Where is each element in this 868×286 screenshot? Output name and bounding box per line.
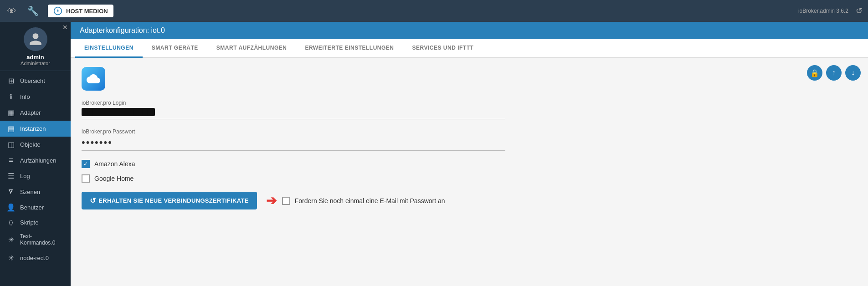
tab-erweiterte-einstellungen[interactable]: ERWEITERTE EINSTELLUNGEN <box>296 39 403 58</box>
sidebar-item-objekte[interactable]: ◫ Objekte <box>0 137 71 153</box>
sidebar-item-node-red[interactable]: ✳ node-red.0 <box>0 250 71 266</box>
tab-smart-aufzaehlungen[interactable]: SMART AUFZÄHLUNGEN <box>207 39 296 58</box>
sidebar-label-instanzen: Instanzen <box>20 125 46 132</box>
sidebar-nav: ⊞ Übersicht ℹ Info ▦ Adapter ▤ Instanzen… <box>0 71 71 286</box>
sidebar-label-skripte: Skripte <box>20 219 38 226</box>
sidebar-label-node-red: node-red.0 <box>20 255 49 261</box>
sidebar-label-text-kommandos: Text-Kommandos.0 <box>20 233 55 246</box>
sidebar-label-info: Info <box>20 93 30 100</box>
log-icon: ☰ <box>6 172 15 180</box>
sidebar-label-aufzaehlungen: Aufzählungen <box>20 157 56 164</box>
upload-button[interactable]: ↑ <box>826 65 842 81</box>
login-field-group: ioBroker.pro Login ██████████████ <box>82 100 505 119</box>
sidebar-item-text-kommandos[interactable]: ✳ Text-Kommandos.0 <box>0 230 71 250</box>
sidebar-item-uebersicht[interactable]: ⊞ Übersicht <box>0 73 71 89</box>
sidebar-item-aufzaehlungen[interactable]: ≡ Aufzählungen <box>0 153 71 168</box>
sidebar-item-info[interactable]: ℹ Info <box>0 89 71 105</box>
sidebar-label-log: Log <box>20 173 30 179</box>
sidebar-item-log[interactable]: ☰ Log <box>0 168 71 184</box>
google-home-label: Google Home <box>94 175 134 182</box>
bottom-row: ↺ ERHALTEN SIE NEUE VERBINDUNGSZERTIFIKA… <box>82 192 857 209</box>
password-value: ••••••• <box>82 137 505 148</box>
version-label: ioBroker.admin 3.6.2 <box>798 8 848 14</box>
content-actions: 🔒 ↑ ↓ <box>807 65 861 81</box>
arrow-area: ➔ Fordern Sie noch einmal eine E-Mail mi… <box>266 193 445 208</box>
password-label: ioBroker.pro Passwort <box>82 128 505 135</box>
main: Adapterkonfiguration: iot.0 EINSTELLUNGE… <box>71 22 868 286</box>
checkbox-google-home[interactable] <box>82 174 90 183</box>
checkbox-google-home-row: Google Home <box>82 174 857 183</box>
host-label: HOST MEDION <box>66 8 108 15</box>
sidebar-label-szenen: Szenen <box>20 189 40 195</box>
szenen-icon: ⛛ <box>6 188 15 196</box>
page-header: Adapterkonfiguration: iot.0 <box>71 22 868 39</box>
topbar: 👁 🔧 HOST MEDION ioBroker.admin 3.6.2 ↺ <box>0 0 868 22</box>
info-icon: ℹ <box>6 92 15 101</box>
checkbox-amazon-alexa[interactable] <box>82 160 90 168</box>
sidebar-username: admin <box>26 54 44 61</box>
adapter-cloud-icon <box>82 67 105 91</box>
sidebar-item-adapter[interactable]: ▦ Adapter <box>0 105 71 121</box>
sidebar: ✕ admin Administrator ⊞ Übersicht ℹ Info… <box>0 22 71 286</box>
certificates-button[interactable]: ↺ ERHALTEN SIE NEUE VERBINDUNGSZERTIFIKA… <box>82 192 257 209</box>
instanzen-icon: ▤ <box>6 124 15 133</box>
page-title: Adapterkonfiguration: iot.0 <box>80 26 165 34</box>
node-red-icon: ✳ <box>6 254 15 262</box>
tab-smart-geraete[interactable]: SMART GERÄTE <box>143 39 207 58</box>
tabs: EINSTELLUNGEN SMART GERÄTE SMART AUFZÄHL… <box>71 39 868 58</box>
login-label: ioBroker.pro Login <box>82 100 505 106</box>
red-arrow-icon: ➔ <box>266 193 277 208</box>
aufzaehlungen-icon: ≡ <box>6 156 15 164</box>
benutzer-icon: 👤 <box>6 203 15 212</box>
sidebar-label-benutzer: Benutzer <box>20 204 44 211</box>
skripte-icon: ⟨⟩ <box>6 219 15 226</box>
checkbox-email[interactable] <box>282 197 290 205</box>
email-checkbox-label: Fordern Sie noch einmal eine E-Mail mit … <box>295 197 445 204</box>
download-button[interactable]: ↓ <box>845 65 861 81</box>
svg-point-2 <box>57 10 58 11</box>
sidebar-item-szenen[interactable]: ⛛ Szenen <box>0 184 71 199</box>
sidebar-item-instanzen[interactable]: ▤ Instanzen <box>0 121 71 137</box>
login-masked-value: ██████████████ <box>82 108 155 116</box>
adapter-icon: ▦ <box>6 108 15 117</box>
tab-services-ifttt[interactable]: SERVICES UND IFTTT <box>403 39 483 58</box>
certificates-btn-icon: ↺ <box>90 196 96 205</box>
layout: ✕ admin Administrator ⊞ Übersicht ℹ Info… <box>0 22 868 286</box>
host-button[interactable]: HOST MEDION <box>48 5 113 17</box>
wrench-icon[interactable]: 🔧 <box>26 4 41 18</box>
email-checkbox-row: Fordern Sie noch einmal eine E-Mail mit … <box>282 197 445 205</box>
sidebar-label-adapter: Adapter <box>20 109 41 116</box>
eye-icon[interactable]: 👁 <box>5 4 18 18</box>
lock-button[interactable]: 🔒 <box>807 65 822 81</box>
password-field-group: ioBroker.pro Passwort ••••••• <box>82 128 505 151</box>
amazon-alexa-label: Amazon Alexa <box>94 160 135 168</box>
sidebar-item-benutzer[interactable]: 👤 Benutzer <box>0 199 71 215</box>
avatar <box>24 27 47 51</box>
sidebar-role: Administrator <box>21 61 50 66</box>
content: 🔒 ↑ ↓ ioBroker.pro Login ██████████████ … <box>71 58 868 286</box>
close-icon[interactable]: ✕ <box>62 24 68 31</box>
sidebar-item-skripte[interactable]: ⟨⟩ Skripte <box>0 215 71 230</box>
refresh-icon[interactable]: ↺ <box>856 6 863 16</box>
text-kommandos-icon: ✳ <box>6 235 15 244</box>
sidebar-label-objekte: Objekte <box>20 141 41 148</box>
sidebar-user: ✕ admin Administrator <box>0 22 71 71</box>
checkbox-amazon-alexa-row: Amazon Alexa <box>82 160 857 168</box>
grid-icon: ⊞ <box>6 77 15 85</box>
sidebar-label-uebersicht: Übersicht <box>20 77 45 84</box>
objekte-icon: ◫ <box>6 140 15 149</box>
certificates-btn-label: ERHALTEN SIE NEUE VERBINDUNGSZERTIFIKATE <box>98 197 248 204</box>
tab-einstellungen[interactable]: EINSTELLUNGEN <box>75 39 143 58</box>
